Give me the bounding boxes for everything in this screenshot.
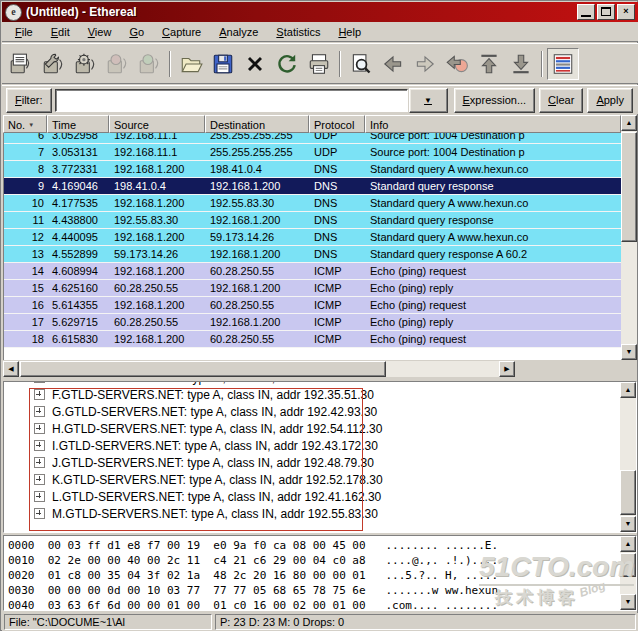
toolbar-separator xyxy=(169,51,171,77)
vscroll-thumb[interactable] xyxy=(620,470,636,515)
clear-button[interactable]: Clear xyxy=(539,88,583,113)
packet-row-15[interactable]: 154.62516060.28.250.55192.168.1.200ICMPE… xyxy=(4,280,621,297)
expand-plus-icon[interactable] xyxy=(34,457,45,468)
close-file-button[interactable] xyxy=(239,48,271,80)
tree-item-g-gtld[interactable]: G.GTLD-SERVERS.NET: type A, class IN, ad… xyxy=(4,403,620,420)
go-forward-button[interactable] xyxy=(409,48,441,80)
menu-go[interactable]: Go xyxy=(120,24,153,40)
scroll-right-icon[interactable]: ▶ xyxy=(499,361,515,377)
hscroll-thumb[interactable] xyxy=(20,361,386,377)
expand-plus-icon[interactable] xyxy=(34,381,45,383)
packet-row-6[interactable]: 63.052958192.168.11.1255.255.255.255UDPS… xyxy=(4,133,621,144)
menu-capture[interactable]: Capture xyxy=(153,24,210,40)
tree-item-m-gtld[interactable]: M.GTLD-SERVERS.NET: type A, class IN, ad… xyxy=(4,505,620,522)
packet-row-9-selected[interactable]: 94.169046198.41.0.4192.168.1.200DNSStand… xyxy=(4,178,621,195)
column-header-no[interactable]: No.▼ xyxy=(3,115,47,133)
packet-row-11[interactable]: 114.438800192.55.83.30192.168.1.200DNSSt… xyxy=(4,212,621,229)
hex-line[interactable]: 0010 02 2e 00 00 40 00 2c 11 c4 21 c6 29… xyxy=(4,553,498,568)
tree-item-l-gtld[interactable]: L.GTLD-SERVERS.NET: type A, class IN, ad… xyxy=(4,488,620,505)
hex-line[interactable]: 0020 01 c8 00 35 04 3f 02 1a 48 2c 20 16… xyxy=(4,568,498,583)
tree-item-f-gtld[interactable]: F.GTLD-SERVERS.NET: type A, class IN, ad… xyxy=(4,386,620,403)
column-header-info[interactable]: Info xyxy=(365,115,621,133)
stop-capture-button xyxy=(101,48,133,80)
window-title: (Untitled) - Ethereal xyxy=(26,5,575,19)
menu-file[interactable]: File xyxy=(6,24,42,40)
column-header-time[interactable]: Time xyxy=(47,115,109,133)
menu-statistics[interactable]: Statistics xyxy=(267,24,329,40)
go-to-bottom-button[interactable] xyxy=(505,48,537,80)
menu-view[interactable]: View xyxy=(79,24,121,40)
column-header-destination[interactable]: Destination xyxy=(205,115,309,133)
packet-row-13[interactable]: 134.55289959.173.14.26192.168.1.200DNSSt… xyxy=(4,246,621,263)
expand-plus-icon[interactable] xyxy=(34,389,45,400)
minimize-button[interactable] xyxy=(577,4,595,20)
menu-analyze[interactable]: Analyze xyxy=(210,24,267,40)
expand-plus-icon[interactable] xyxy=(34,491,45,502)
print-button[interactable] xyxy=(303,48,335,80)
hex-vscrollbar[interactable]: ▲ ▼ xyxy=(620,536,636,610)
vscroll-thumb[interactable] xyxy=(621,132,637,242)
filter-dropdown-button[interactable]: ▼ xyxy=(409,88,448,113)
packet-row-10[interactable]: 104.177535192.168.1.200192.55.83.30DNSSt… xyxy=(4,195,621,212)
menu-help[interactable]: Help xyxy=(329,24,370,40)
packet-row-8[interactable]: 83.772331192.168.1.200198.41.0.4DNSStand… xyxy=(4,161,621,178)
tree-item-k-gtld[interactable]: K.GTLD-SERVERS.NET: type A, class IN, ad… xyxy=(4,471,620,488)
save-file-button[interactable] xyxy=(207,48,239,80)
start-capture-button[interactable] xyxy=(69,48,101,80)
filter-bar: Filter: ▼ Expression... Clear Apply xyxy=(2,85,638,114)
packet-row-14[interactable]: 144.608994192.168.1.20060.28.250.55ICMPE… xyxy=(4,263,621,280)
scroll-up-icon[interactable]: ▲ xyxy=(620,536,636,552)
stop-capture-icon xyxy=(105,52,129,76)
menu-edit[interactable]: Edit xyxy=(42,24,79,40)
scroll-down-icon[interactable]: ▼ xyxy=(621,344,637,360)
packet-row-16[interactable]: 165.614355192.168.1.20060.28.250.55ICMPE… xyxy=(4,297,621,314)
list-interfaces-icon xyxy=(9,52,33,76)
expand-plus-icon[interactable] xyxy=(34,406,45,417)
hex-line[interactable]: 0000 00 03 ff d1 e8 f7 00 19 e0 9a f0 ca… xyxy=(4,538,498,553)
open-file-button[interactable] xyxy=(175,48,207,80)
packet-row-7[interactable]: 73.053131192.168.11.1255.255.255.255UDPS… xyxy=(4,144,621,161)
tree-item-i-gtld[interactable]: I.GTLD-SERVERS.NET: type A, class IN, ad… xyxy=(4,437,620,454)
detail-vscrollbar[interactable]: ▲ ▼ xyxy=(620,382,636,532)
scroll-up-icon[interactable]: ▲ xyxy=(621,115,637,131)
capture-options-button[interactable] xyxy=(37,48,69,80)
go-back-button[interactable] xyxy=(377,48,409,80)
list-interfaces-button[interactable] xyxy=(5,48,37,80)
sort-indicator-icon: ▼ xyxy=(28,122,34,128)
find-button[interactable] xyxy=(345,48,377,80)
scroll-left-icon[interactable]: ◀ xyxy=(3,361,19,377)
scroll-down-icon[interactable]: ▼ xyxy=(620,594,636,610)
scroll-down-icon[interactable]: ▼ xyxy=(620,516,636,532)
hex-line[interactable]: 0030 00 00 00 0d 00 10 03 77 77 77 05 68… xyxy=(4,583,498,598)
close-button[interactable]: × xyxy=(617,4,635,20)
toolbar-separator xyxy=(339,51,341,77)
packet-list-vscrollbar[interactable]: ▲ ▼ xyxy=(621,115,637,360)
vscroll-thumb[interactable] xyxy=(620,553,636,577)
maximize-button[interactable] xyxy=(597,4,615,20)
packet-row-12[interactable]: 124.440095192.168.1.20059.173.14.26DNSSt… xyxy=(4,229,621,246)
filter-button[interactable]: Filter: xyxy=(6,88,52,113)
tree-item-h-gtld[interactable]: H.GTLD-SERVERS.NET: type A, class IN, ad… xyxy=(4,420,620,437)
title-bar: e (Untitled) - Ethereal × xyxy=(2,2,638,22)
reload-button[interactable] xyxy=(271,48,303,80)
filter-input[interactable] xyxy=(55,89,408,112)
expression-button[interactable]: Expression... xyxy=(454,88,536,113)
expand-plus-icon[interactable] xyxy=(34,508,45,519)
start-capture-icon xyxy=(73,52,97,76)
expand-plus-icon[interactable] xyxy=(34,423,45,434)
expand-plus-icon[interactable] xyxy=(34,474,45,485)
expand-plus-icon[interactable] xyxy=(34,440,45,451)
go-to-top-button[interactable] xyxy=(473,48,505,80)
packet-list-hscrollbar[interactable]: ◀ ▶ xyxy=(3,361,515,377)
column-header-protocol[interactable]: Protocol xyxy=(309,115,365,133)
colorize-button[interactable] xyxy=(547,48,579,80)
hex-line[interactable]: 0040 03 63 6f 6d 00 00 01 00 01 c0 16 00… xyxy=(4,598,498,611)
packet-row-17[interactable]: 175.62971560.28.250.55192.168.1.200ICMPE… xyxy=(4,314,621,331)
apply-button[interactable]: Apply xyxy=(587,88,633,113)
status-packet-counts: P: 23 D: 23 M: 0 Drops: 0 xyxy=(215,614,636,630)
column-header-source[interactable]: Source xyxy=(109,115,205,133)
packet-row-18[interactable]: 186.615830192.168.1.20060.28.250.55ICMPE… xyxy=(4,331,621,348)
tree-item-j-gtld[interactable]: J.GTLD-SERVERS.NET: type A, class IN, ad… xyxy=(4,454,620,471)
scroll-up-icon[interactable]: ▲ xyxy=(620,382,636,398)
go-to-packet-button[interactable] xyxy=(441,48,473,80)
